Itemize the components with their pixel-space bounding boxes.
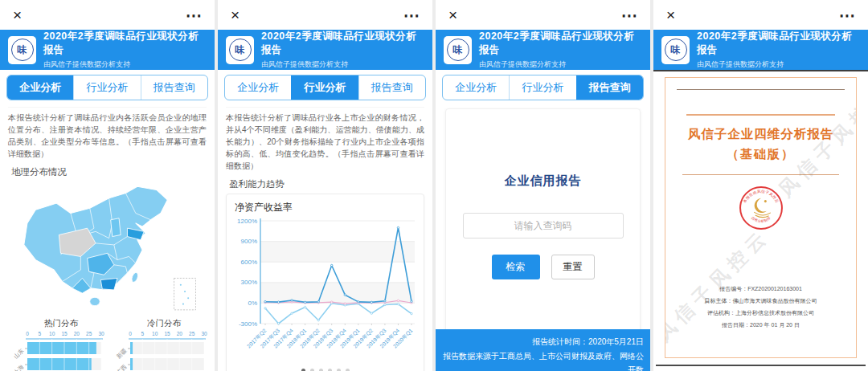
svg-text:30: 30: [98, 331, 104, 336]
enterprise-description: 本报告统计分析了调味品行业内各活跃会员企业的地理位置分布、注册资本情况、持续经营…: [8, 107, 207, 160]
certificate-edition: （基础版）: [665, 147, 856, 162]
logo-seal-icon: 味: [229, 39, 252, 61]
tab-industry[interactable]: 行业分析: [291, 75, 358, 100]
app-logo: 味: [226, 36, 254, 64]
svg-text:15: 15: [61, 331, 68, 336]
report-title: 2020年2季度调味品行业现状分析报告: [697, 30, 860, 57]
svg-text:广西: 广西: [116, 364, 129, 371]
close-icon[interactable]: ×: [13, 7, 22, 22]
section-title-profitability: 盈利能力趋势: [229, 178, 432, 190]
app-logo: 味: [661, 36, 690, 64]
more-menu-icon[interactable]: ⋯: [621, 7, 637, 23]
svg-text:300%: 300%: [241, 279, 257, 286]
more-menu-icon[interactable]: ⋯: [403, 7, 420, 23]
red-stamp-icon: 本报告由风信子风控云 四维分析制作: [738, 185, 784, 231]
page-divider: [653, 70, 868, 71]
report-subtitle: 由风信子提供数据分析支持: [697, 59, 860, 70]
tab-enterprise[interactable]: 企业分析: [225, 75, 291, 100]
titlebar: × ⋯: [0, 0, 215, 30]
page: × ⋯ 味 2020年2季度调味品行业现状分析报告 由风信子提供数据分析支持 企…: [0, 0, 868, 371]
tab-enterprise[interactable]: 企业分析: [443, 75, 509, 100]
hot-distribution-title: 热门分布: [6, 318, 104, 329]
map-base: [24, 186, 167, 293]
svg-text:20: 20: [74, 331, 80, 336]
tab-bar: 企业分析 行业分析 报告查询: [224, 75, 426, 100]
tab-query[interactable]: 报告查询: [141, 75, 207, 100]
credit-report-title: 企业信用报告: [505, 173, 582, 189]
logo-seal-icon: 味: [11, 39, 34, 61]
svg-text:新疆: 新疆: [115, 347, 128, 360]
query-code-input[interactable]: [463, 213, 624, 238]
svg-text:25: 25: [86, 331, 92, 336]
carousel-pager[interactable]: [231, 359, 419, 371]
cold-distribution-chart[interactable]: 051015202530新疆广西: [109, 329, 207, 371]
close-icon[interactable]: ×: [666, 7, 675, 22]
report-footer: 报告统计时间：2020年5月21日 报告数据来源于工商总局、上市公司财报及政府、…: [436, 329, 650, 371]
panel-report-cover: × ⋯ 味 2020年2季度调味品行业现状分析报告 由风信子提供数据分析支持 风…: [653, 0, 868, 371]
more-menu-icon[interactable]: ⋯: [839, 7, 855, 23]
svg-text:5: 5: [39, 331, 42, 336]
panel-report-query: × ⋯ 味 2020年2季度调味品行业现状分析报告 由风信子提供数据分析支持 企…: [436, 0, 650, 371]
titlebar: × ⋯: [653, 0, 868, 30]
province-guangdong: [100, 278, 117, 290]
report-header: 味 2020年2季度调味品行业现状分析报告 由风信子提供数据分析支持: [0, 30, 215, 70]
cold-distribution-title: 冷门分布: [109, 318, 207, 329]
report-title: 2020年2季度调味品行业现状分析报告: [479, 30, 642, 57]
roe-chart-title: 净资产收益率: [235, 201, 419, 214]
tab-enterprise[interactable]: 企业分析: [7, 75, 73, 100]
svg-text:-300%: -300%: [239, 320, 257, 328]
hot-distribution-chart[interactable]: 051015202530山东上海广东: [6, 329, 104, 371]
svg-text:1200%: 1200%: [237, 218, 257, 225]
cover-rule-upper: [686, 114, 835, 116]
tab-query[interactable]: 报告查询: [358, 75, 425, 100]
south-china-sea-inset: [174, 278, 196, 309]
app-logo: 味: [444, 36, 472, 64]
svg-text:0: 0: [26, 331, 29, 336]
svg-text:15: 15: [164, 331, 170, 336]
report-header: 味 2020年2季度调味品行业现状分析报告 由风信子提供数据分析支持: [436, 30, 650, 70]
svg-text:5: 5: [141, 331, 145, 336]
report-subtitle: 由风信子提供数据分析支持: [43, 59, 207, 70]
footer-stat-time: 报告统计时间：2020年5月21日: [442, 335, 644, 349]
report-subtitle: 由风信子提供数据分析支持: [479, 59, 642, 70]
page-bottom-edge: [656, 365, 866, 366]
svg-text:山东: 山东: [13, 348, 25, 360]
report-title: 2020年2季度调味品行业现状分析报告: [43, 30, 207, 57]
province-hainan: [90, 297, 100, 305]
app-logo: 味: [8, 36, 36, 64]
search-button[interactable]: 检索: [492, 255, 540, 279]
svg-text:30: 30: [201, 331, 207, 336]
svg-text:25: 25: [189, 331, 195, 336]
report-header: 味 2020年2季度调味品行业现状分析报告 由风信子提供数据分析支持: [218, 30, 432, 70]
panel-industry-analysis: × ⋯ 味 2020年2季度调味品行业现状分析报告 由风信子提供数据分析支持 企…: [218, 0, 432, 371]
svg-text:0%: 0%: [248, 300, 257, 307]
reset-button[interactable]: 重置: [551, 255, 595, 279]
svg-text:0: 0: [129, 331, 132, 336]
roe-chart-card: 净资产收益率 1200%900%600%300%0%-300%2017年Q220…: [226, 194, 424, 371]
svg-text:上海: 上海: [13, 364, 26, 371]
svg-text:10: 10: [49, 331, 55, 336]
china-map-svg[interactable]: [8, 180, 205, 313]
report-header: 味 2020年2季度调味品行业现状分析报告 由风信子提供数据分析支持: [653, 30, 868, 70]
tab-bar: 企业分析 行业分析 报告查询: [442, 75, 644, 100]
roe-line-chart[interactable]: 1200%900%600%300%0%-300%2017年Q22017年Q320…: [231, 216, 419, 359]
tab-industry[interactable]: 行业分析: [73, 75, 140, 100]
tab-industry[interactable]: 行业分析: [509, 75, 575, 100]
svg-text:20: 20: [177, 331, 183, 336]
evaluation-agency: 评估机构：上海分秒信息技术股份有限公司: [665, 307, 856, 319]
tab-query[interactable]: 报告查询: [576, 75, 643, 100]
svg-text:900%: 900%: [241, 238, 257, 245]
titlebar: × ⋯: [436, 0, 650, 30]
titlebar: × ⋯: [218, 0, 432, 30]
more-menu-icon[interactable]: ⋯: [186, 7, 202, 23]
close-icon[interactable]: ×: [448, 7, 457, 22]
province-taiwan: [131, 271, 139, 283]
distribution-charts: 热门分布 051015202530山东上海广东 冷门分布 05101520253…: [0, 318, 215, 371]
credit-report-card: 企业信用报告 检索 重置: [445, 108, 641, 356]
svg-text:10: 10: [152, 331, 158, 336]
certificate-title: 风信子企业四维分析报告: [665, 126, 856, 143]
close-icon[interactable]: ×: [231, 7, 240, 22]
china-map[interactable]: [8, 180, 207, 316]
logo-seal-icon: 味: [447, 39, 469, 61]
province-shanxi: [111, 218, 121, 237]
